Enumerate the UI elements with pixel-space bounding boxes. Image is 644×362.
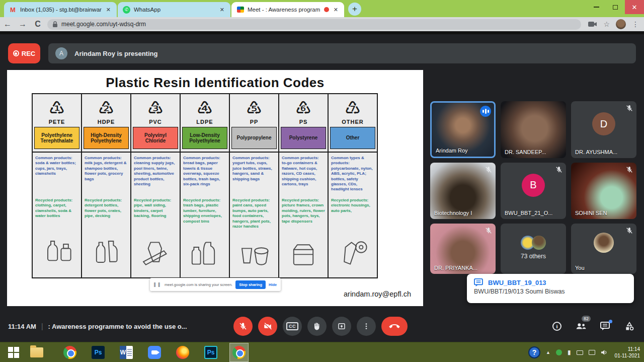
captions-icon: CC: [286, 322, 298, 330]
word-icon: W: [120, 346, 133, 359]
minimize-button[interactable]: [587, 0, 606, 14]
chat-notification[interactable]: BWU_BBT_19_013 BWU/BBT/19/013 Soumi Bisw…: [467, 274, 634, 303]
tray-expand-icon[interactable]: ▲: [546, 350, 550, 355]
start-button[interactable]: [4, 343, 23, 362]
tile-bwu-bbt-21[interactable]: B BWU_BBT_21_O...: [501, 163, 566, 219]
browser-menu-icon[interactable]: ⋮: [632, 20, 639, 28]
presenting-text: Arindam Roy is presenting: [74, 50, 157, 57]
resin-code: HDPE: [82, 119, 130, 125]
chrome-active-button[interactable]: [229, 343, 249, 362]
network-icon[interactable]: [589, 350, 595, 355]
tab-recording-icon: [324, 7, 329, 12]
participant-name: DR. AYUSHMA...: [575, 149, 617, 155]
tile-sohini-sen[interactable]: SOHINI SEN: [571, 163, 636, 219]
back-button[interactable]: ←: [0, 20, 15, 29]
resin-column-other: ♹ OTHER Other Common types & products: p…: [329, 94, 377, 277]
clock[interactable]: 11:14 01-11-2021: [615, 346, 640, 359]
profile-avatar[interactable]: [616, 19, 626, 29]
chrome-button[interactable]: [60, 343, 79, 362]
raise-hand-button[interactable]: [307, 317, 327, 336]
mic-off-icon: [555, 166, 563, 174]
raise-hand-icon: [312, 322, 321, 331]
call-end-icon: [389, 321, 400, 332]
resin-name-band: Low-Density Polyethylene: [182, 127, 227, 149]
tile-biotechnology[interactable]: Biotechnology I: [430, 163, 496, 219]
camera-off-button[interactable]: [258, 317, 277, 336]
tile-dr-ayushma[interactable]: D DR. AYUSHMA...: [571, 101, 636, 158]
antivirus-icon[interactable]: [556, 349, 562, 355]
activities-icon: [624, 321, 634, 331]
tab-close-icon[interactable]: ✕: [333, 7, 339, 13]
presenter-avatar: A: [55, 47, 67, 59]
others-avatars: [521, 236, 546, 250]
tab-meet-active[interactable]: Meet - : Awareness program ✕: [231, 2, 344, 17]
tile-you[interactable]: You: [571, 224, 636, 274]
recycling-symbol-7-icon: ♹: [329, 98, 377, 118]
tile-arindam-roy[interactable]: Arindam Roy: [430, 101, 496, 158]
hide-share-bar-button[interactable]: Hide: [269, 282, 277, 287]
zoom-button[interactable]: [145, 343, 164, 362]
tab-close-icon[interactable]: ✕: [105, 7, 112, 13]
meeting-details-button[interactable]: i: [551, 321, 562, 332]
mic-off-icon: [625, 166, 633, 174]
resin-code: OTHER: [329, 119, 377, 125]
battery-icon[interactable]: [577, 350, 583, 355]
chat-button[interactable]: [600, 321, 611, 332]
tile-others[interactable]: 73 others: [501, 224, 566, 274]
photoshop-button[interactable]: Ps: [89, 343, 108, 362]
end-call-button[interactable]: [381, 317, 408, 336]
stop-sharing-button[interactable]: Stop sharing: [235, 280, 266, 289]
captions-button[interactable]: CC: [283, 317, 302, 336]
photoshop2-button[interactable]: Ps: [201, 343, 220, 362]
gmail-icon: M: [9, 6, 17, 14]
divider: |: [41, 322, 43, 330]
tab-title: WhatsApp: [134, 7, 215, 13]
tab-title: Meet - : Awareness program: [248, 7, 320, 13]
meeting-title: : Awareness programme to avoid the use o…: [48, 323, 187, 330]
help-icon[interactable]: ?: [528, 346, 540, 358]
refresh-button[interactable]: C: [30, 20, 45, 29]
firefox-icon: [176, 346, 189, 359]
record-icon: [13, 50, 19, 56]
presenter-email: arindam.roy@epfl.ch: [344, 290, 411, 298]
meet-control-bar: 11:14 AM | : Awareness programme to avoi…: [0, 311, 644, 342]
bookmark-star-icon[interactable]: ☆: [603, 20, 610, 28]
share-pause-icon: ❚❚: [153, 282, 162, 287]
volume-icon[interactable]: [601, 349, 607, 355]
common-products-text: Common products: soda & water bottles; c…: [33, 153, 81, 197]
mic-off-icon: [625, 227, 633, 235]
more-vert-icon: [362, 322, 371, 331]
tray-app-icon[interactable]: ▮: [568, 349, 571, 356]
activities-button[interactable]: [624, 321, 635, 332]
tile-dr-priyanka[interactable]: DR. PRIYANKA...: [430, 224, 496, 274]
file-explorer-button[interactable]: [27, 343, 46, 362]
tile-dr-sandeep[interactable]: DR. SANDEEP...: [501, 101, 566, 158]
tab-gmail[interactable]: M Inbox (1,035) - stg.bt@brainware ✕: [4, 2, 117, 17]
participants-button[interactable]: 82: [576, 321, 587, 332]
resin-code: PVC: [131, 119, 180, 125]
presenting-banner: A Arindam Roy is presenting: [48, 43, 636, 63]
mic-off-button[interactable]: [233, 317, 253, 336]
common-products-text: Common products: to-go containers & flat…: [279, 153, 328, 197]
close-button[interactable]: ✕: [625, 0, 644, 14]
recording-badge: REC: [8, 43, 40, 63]
mic-off-icon: [238, 322, 248, 331]
forward-button[interactable]: →: [15, 20, 30, 29]
present-button[interactable]: [332, 317, 351, 336]
new-tab-button[interactable]: +: [348, 3, 361, 16]
resin-code: PETE: [33, 119, 81, 125]
more-options-button[interactable]: [357, 317, 376, 336]
tab-whatsapp[interactable]: ✆ WhatsApp ✕: [118, 2, 230, 17]
tray-time-text: 11:14: [615, 346, 640, 353]
chat-sender: BWU_BBT_19_013: [488, 279, 546, 286]
word-button[interactable]: W: [117, 343, 136, 362]
tab-close-icon[interactable]: ✕: [219, 7, 225, 13]
common-products-text: Common products: yogurt tubs, cups, juic…: [230, 153, 278, 197]
firefox-button[interactable]: [173, 343, 192, 362]
recycling-symbol-2-icon: ♴: [82, 98, 130, 118]
restore-button[interactable]: [606, 0, 625, 14]
tab-camera-icon[interactable]: [588, 21, 597, 27]
browser-tab-strip: M Inbox (1,035) - stg.bt@brainware ✕ ✆ W…: [0, 0, 644, 17]
address-bar[interactable]: meet.google.com/uyt-wdsq-drm: [47, 19, 581, 30]
photoshop-icon: Ps: [92, 346, 105, 359]
